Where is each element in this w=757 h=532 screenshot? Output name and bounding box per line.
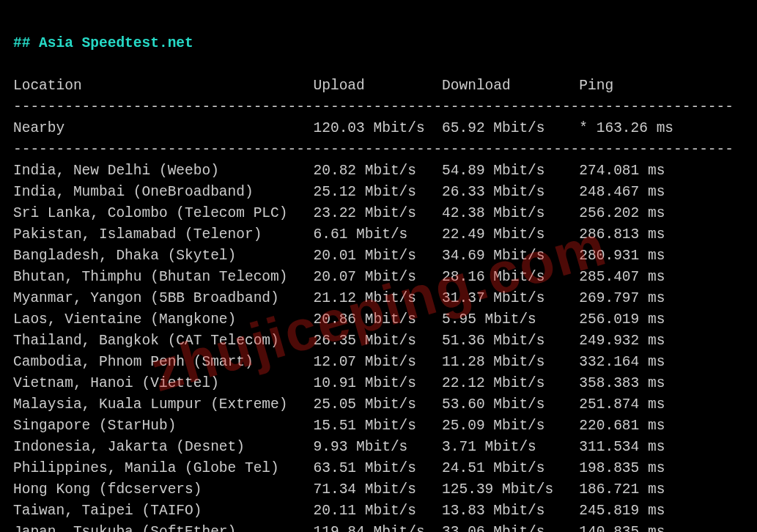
speedtest-rows: India, New Delhi (Weebo) 20.82 Mbit/s 54… [13,163,665,532]
section-title: ## Asia Speedtest.net [13,35,193,51]
divider: ----------------------------------------… [13,99,734,115]
divider: ----------------------------------------… [13,141,734,158]
column-headers: Location Upload Download Ping [13,78,613,94]
nearby-row: Nearby 120.03 Mbit/s 65.92 Mbit/s * 163.… [13,120,673,136]
terminal-output: ## Asia Speedtest.net Location Upload Do… [0,0,757,532]
